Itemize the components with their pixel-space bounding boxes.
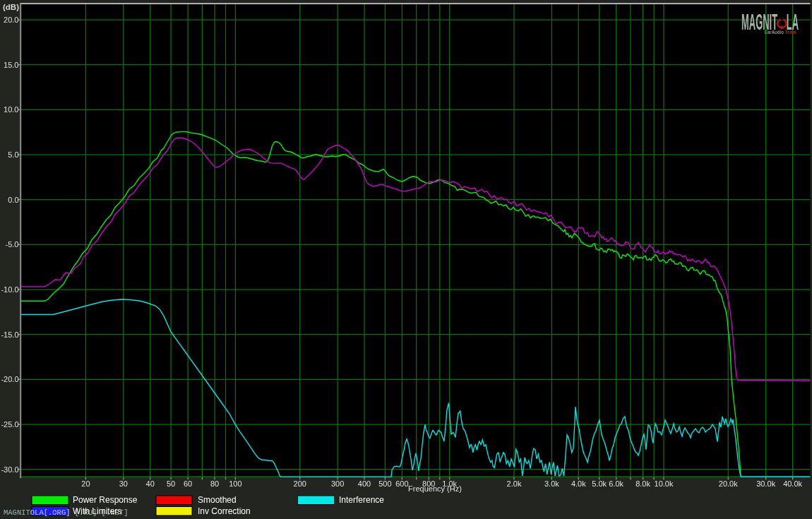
svg-text:With Limiters: With Limiters bbox=[73, 506, 121, 516]
svg-text:Inv Correction: Inv Correction bbox=[198, 506, 251, 516]
svg-text:5.0k: 5.0k bbox=[592, 479, 607, 488]
svg-text:4.0k: 4.0k bbox=[571, 479, 586, 488]
svg-text:0.0: 0.0 bbox=[8, 196, 18, 204]
svg-text:6.0k: 6.0k bbox=[609, 479, 623, 488]
svg-text:60: 60 bbox=[184, 479, 192, 488]
svg-text:-20.0: -20.0 bbox=[1, 375, 18, 383]
svg-text:Smoothed: Smoothed bbox=[198, 495, 237, 505]
svg-text:10.0: 10.0 bbox=[4, 105, 18, 114]
svg-text:100: 100 bbox=[229, 479, 241, 488]
svg-text:Power Response: Power Response bbox=[73, 495, 138, 505]
svg-text:10.0k: 10.0k bbox=[655, 479, 674, 488]
svg-text:20.0k: 20.0k bbox=[719, 479, 738, 488]
svg-text:-15.0: -15.0 bbox=[1, 330, 18, 339]
svg-text:Frequency (Hz): Frequency (Hz) bbox=[408, 484, 462, 493]
svg-text:30.0k: 30.0k bbox=[756, 479, 775, 488]
svg-text:OLA[.ORG]: OLA[.ORG] bbox=[30, 508, 71, 517]
svg-text:40: 40 bbox=[146, 479, 155, 488]
svg-text:Interference: Interference bbox=[339, 495, 384, 505]
svg-text:-10.0: -10.0 bbox=[1, 285, 18, 294]
svg-text:15.0: 15.0 bbox=[4, 61, 18, 69]
svg-text:-25.0: -25.0 bbox=[1, 420, 18, 429]
svg-text:30: 30 bbox=[119, 479, 128, 488]
svg-text:200: 200 bbox=[294, 479, 306, 488]
svg-text:600: 600 bbox=[395, 479, 408, 488]
svg-text:2.0k: 2.0k bbox=[507, 479, 522, 488]
svg-text:(dB): (dB) bbox=[3, 3, 19, 11]
svg-text:-30.0: -30.0 bbox=[1, 465, 18, 474]
svg-text:8.0k: 8.0k bbox=[635, 479, 650, 488]
svg-text:80: 80 bbox=[210, 479, 219, 488]
svg-text:20.0: 20.0 bbox=[4, 16, 18, 24]
svg-text:300: 300 bbox=[331, 479, 344, 488]
svg-text:3.0k: 3.0k bbox=[544, 479, 559, 488]
svg-text:40.0k: 40.0k bbox=[783, 479, 802, 488]
svg-text:20: 20 bbox=[81, 479, 90, 488]
svg-text:50: 50 bbox=[167, 479, 175, 488]
svg-text:400: 400 bbox=[358, 479, 371, 488]
svg-text:500: 500 bbox=[378, 479, 391, 488]
svg-text:5.0: 5.0 bbox=[8, 150, 18, 159]
svg-text:CarAudio Team: CarAudio Team bbox=[765, 29, 796, 35]
svg-text:-5.0: -5.0 bbox=[6, 240, 19, 249]
